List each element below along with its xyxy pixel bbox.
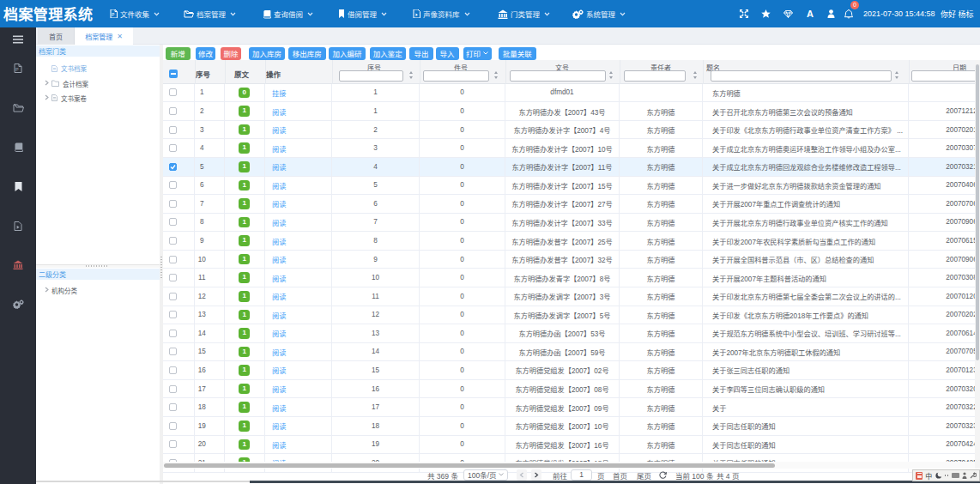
svg-text:P: P (112, 12, 115, 17)
svg-text:P: P (15, 67, 19, 72)
